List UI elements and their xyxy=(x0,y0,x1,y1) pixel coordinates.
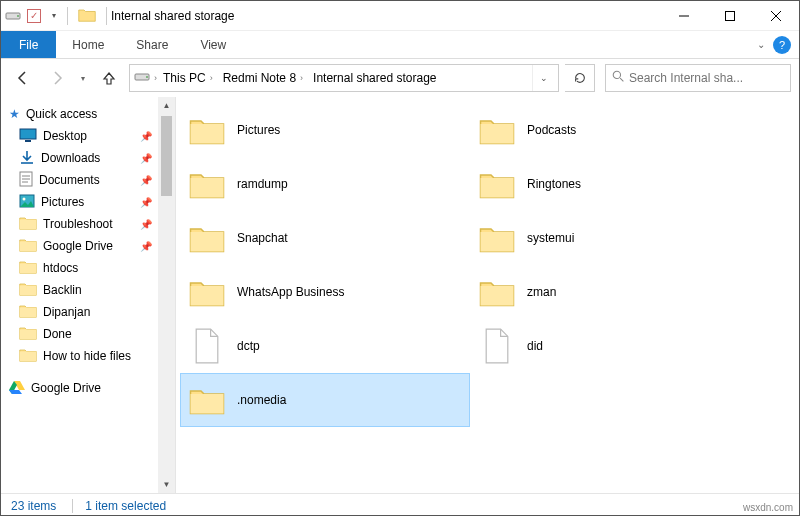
file-item[interactable]: systemui xyxy=(470,211,760,265)
folder-icon xyxy=(19,237,37,255)
sidebar-item-pictures[interactable]: Pictures📌 xyxy=(1,191,158,213)
svg-rect-3 xyxy=(726,11,735,20)
forward-button[interactable] xyxy=(43,64,71,92)
folder-icon xyxy=(19,259,37,277)
tab-home[interactable]: Home xyxy=(56,31,120,58)
device-icon xyxy=(5,7,23,25)
refresh-button[interactable] xyxy=(565,64,595,92)
svg-line-9 xyxy=(620,78,623,81)
document-icon xyxy=(19,171,33,190)
ribbon-expand-icon[interactable]: ⌄ xyxy=(757,39,765,50)
back-button[interactable] xyxy=(9,64,37,92)
file-icon xyxy=(477,326,517,366)
up-button[interactable] xyxy=(95,64,123,92)
file-tab[interactable]: File xyxy=(1,31,56,58)
status-count: 23 items xyxy=(11,499,56,513)
checkbox-icon[interactable]: ✓ xyxy=(27,9,41,23)
svg-point-18 xyxy=(23,197,26,200)
sidebar-item-label: htdocs xyxy=(43,261,78,275)
sidebar-item-label: How to hide files xyxy=(43,349,131,363)
status-selection: 1 item selected xyxy=(72,499,166,513)
pin-icon: 📌 xyxy=(140,175,152,186)
sidebar-item-downloads[interactable]: Downloads📌 xyxy=(1,147,158,169)
content-pane[interactable]: PicturesPodcastsramdumpRingtonesSnapchat… xyxy=(176,97,799,493)
scroll-thumb[interactable] xyxy=(161,116,172,196)
item-label: systemui xyxy=(527,231,574,245)
sidebar-item-label: Troubleshoot xyxy=(43,217,113,231)
download-icon xyxy=(19,149,35,168)
nav-row: ▾ › This PC› Redmi Note 8› Internal shar… xyxy=(1,59,799,97)
folder-icon xyxy=(187,380,227,420)
folder-icon xyxy=(19,325,37,343)
item-label: Snapchat xyxy=(237,231,288,245)
folder-icon xyxy=(187,218,227,258)
search-icon xyxy=(612,70,625,86)
search-input[interactable] xyxy=(629,71,784,85)
folder-icon xyxy=(19,281,37,299)
folder-icon xyxy=(19,303,37,321)
sidebar: ★Quick accessDesktop📌Downloads📌Documents… xyxy=(1,97,158,493)
pictures-icon xyxy=(19,194,35,211)
sidebar-item-done[interactable]: Done xyxy=(1,323,158,345)
file-item[interactable]: ramdump xyxy=(180,157,470,211)
breadcrumb-this-pc[interactable]: This PC› xyxy=(159,71,217,85)
tab-share[interactable]: Share xyxy=(120,31,184,58)
scroll-up-icon[interactable]: ▲ xyxy=(158,97,175,114)
sidebar-item-label: Dipanjan xyxy=(43,305,90,319)
window-title: Internal shared storage xyxy=(111,9,234,23)
address-dropdown-icon[interactable]: ⌄ xyxy=(532,65,554,91)
history-dropdown-icon[interactable]: ▾ xyxy=(77,64,89,92)
chevron-icon[interactable]: › xyxy=(154,73,157,83)
file-item[interactable]: zman xyxy=(470,265,760,319)
pin-icon: 📌 xyxy=(140,241,152,252)
quick-access-toolbar: ✓ ▾ xyxy=(1,7,63,25)
help-icon[interactable]: ? xyxy=(773,36,791,54)
sidebar-item-google-drive[interactable]: Google Drive📌 xyxy=(1,235,158,257)
folder-icon xyxy=(19,215,37,233)
sidebar-item-htdocs[interactable]: htdocs xyxy=(1,257,158,279)
star-icon: ★ xyxy=(9,107,20,121)
address-bar[interactable]: › This PC› Redmi Note 8› Internal shared… xyxy=(129,64,559,92)
quick-access-group[interactable]: ★Quick access xyxy=(1,103,158,125)
file-item[interactable]: .nomedia xyxy=(180,373,470,427)
file-item[interactable]: Pictures xyxy=(180,103,470,157)
sidebar-item-how-to-hide-files[interactable]: How to hide files xyxy=(1,345,158,367)
breadcrumb-storage[interactable]: Internal shared storage xyxy=(309,71,440,85)
sidebar-item-troubleshoot[interactable]: Troubleshoot📌 xyxy=(1,213,158,235)
pin-icon: 📌 xyxy=(140,153,152,164)
scroll-down-icon[interactable]: ▼ xyxy=(158,476,175,493)
sidebar-item-label: Backlin xyxy=(43,283,82,297)
close-button[interactable] xyxy=(753,1,799,31)
breadcrumb-device[interactable]: Redmi Note 8› xyxy=(219,71,307,85)
sidebar-item-label: Google Drive xyxy=(43,239,113,253)
item-label: WhatsApp Business xyxy=(237,285,344,299)
svg-point-8 xyxy=(613,71,620,78)
sidebar-section-label: Google Drive xyxy=(31,381,101,395)
sidebar-item-backlin[interactable]: Backlin xyxy=(1,279,158,301)
item-label: ramdump xyxy=(237,177,288,191)
folder-icon xyxy=(187,164,227,204)
window-folder-icon xyxy=(78,7,96,25)
sidebar-item-documents[interactable]: Documents📌 xyxy=(1,169,158,191)
sidebar-scrollbar[interactable]: ▲ ▼ xyxy=(158,97,175,493)
pin-icon: 📌 xyxy=(140,219,152,230)
maximize-button[interactable] xyxy=(707,1,753,31)
tab-view[interactable]: View xyxy=(184,31,242,58)
folder-icon xyxy=(477,218,517,258)
file-item[interactable]: WhatsApp Business xyxy=(180,265,470,319)
qat-dropdown-icon[interactable]: ▾ xyxy=(45,7,63,25)
file-item[interactable]: dctp xyxy=(180,319,470,373)
folder-icon xyxy=(477,272,517,312)
sidebar-item-desktop[interactable]: Desktop📌 xyxy=(1,125,158,147)
search-box[interactable] xyxy=(605,64,791,92)
file-item[interactable]: did xyxy=(470,319,760,373)
file-item[interactable]: Snapchat xyxy=(180,211,470,265)
item-label: dctp xyxy=(237,339,260,353)
sidebar-item-dipanjan[interactable]: Dipanjan xyxy=(1,301,158,323)
desktop-icon xyxy=(19,128,37,145)
file-item[interactable]: Podcasts xyxy=(470,103,760,157)
file-item[interactable]: Ringtones xyxy=(470,157,760,211)
sidebar-section-google-drive[interactable]: Google Drive xyxy=(1,377,158,399)
minimize-button[interactable] xyxy=(661,1,707,31)
item-label: did xyxy=(527,339,543,353)
